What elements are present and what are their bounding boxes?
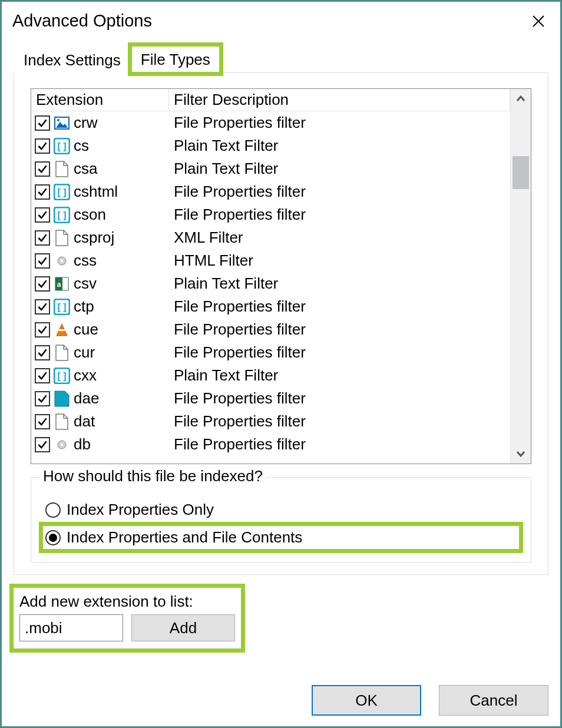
table-row[interactable]: dbFile Properties filter — [31, 433, 510, 456]
radio-option[interactable]: Index Properties and File Contents — [43, 526, 519, 549]
bracket-icon: [ ] — [54, 207, 70, 223]
radio-option[interactable]: Index Properties Only — [43, 498, 519, 521]
dialog-footer: OK Cancel — [312, 685, 548, 716]
gear-icon — [54, 253, 70, 269]
table-row[interactable]: curFile Properties filter — [31, 341, 510, 364]
filter-description: File Properties filter — [169, 114, 510, 132]
extension-label: dae — [74, 389, 99, 408]
radio-label: Index Properties and File Contents — [67, 528, 302, 547]
checkbox[interactable] — [35, 322, 50, 337]
filter-description: Plain Text Filter — [169, 274, 510, 293]
checkbox[interactable] — [35, 345, 50, 360]
cancel-button[interactable]: Cancel — [439, 685, 548, 716]
add-extension-section: Add new extension to list: Add — [14, 588, 241, 648]
extension-label: crw — [74, 114, 97, 132]
checkbox[interactable] — [35, 230, 50, 246]
filter-description: File Properties filter — [169, 320, 510, 339]
table-row[interactable]: [ ]cshtmlFile Properties filter — [31, 180, 510, 203]
new-extension-input[interactable] — [19, 614, 123, 641]
table-row[interactable]: [ ]csPlain Text Filter — [31, 134, 510, 157]
filter-description: Plain Text Filter — [169, 366, 510, 385]
index-mode-group: How should this file be indexed? Index P… — [31, 477, 531, 562]
window-title: Advanced Options — [12, 11, 152, 31]
table-row[interactable]: csprojXML Filter — [31, 226, 510, 249]
checkbox[interactable] — [35, 437, 50, 452]
svg-text:[ ]: [ ] — [57, 141, 66, 151]
column-header-extension[interactable]: Extension — [31, 89, 169, 111]
extension-label: css — [74, 252, 97, 270]
column-header-description[interactable]: Filter Description — [169, 89, 510, 111]
svg-text:[ ]: [ ] — [57, 371, 66, 381]
svg-text:[ ]: [ ] — [57, 187, 66, 197]
extension-label: cs — [74, 137, 89, 155]
blank-icon — [54, 345, 70, 361]
add-extension-label: Add new extension to list: — [19, 593, 235, 611]
checkbox[interactable] — [35, 391, 50, 406]
filter-description: HTML Filter — [169, 252, 510, 270]
table-row[interactable]: cssHTML Filter — [31, 249, 510, 272]
scroll-track[interactable] — [511, 109, 531, 444]
checkbox[interactable] — [35, 414, 50, 429]
content-area: Index Settings File Types Extension Filt… — [2, 45, 560, 648]
table-row[interactable]: acsvPlain Text Filter — [31, 272, 510, 295]
table-row[interactable]: crwFile Properties filter — [31, 111, 510, 134]
checkbox[interactable] — [35, 299, 50, 315]
checkbox[interactable] — [35, 253, 50, 269]
filter-description: File Properties filter — [169, 297, 510, 316]
table-row[interactable]: [ ]ctpFile Properties filter — [31, 295, 510, 318]
scroll-up-icon[interactable] — [511, 89, 531, 109]
tab-index-settings[interactable]: Index Settings — [14, 46, 131, 73]
checkbox[interactable] — [35, 207, 50, 223]
radio-icon[interactable] — [45, 502, 61, 518]
dialog-window: Advanced Options Index Settings File Typ… — [0, 0, 562, 728]
vertical-scrollbar[interactable] — [510, 89, 531, 464]
table-row[interactable]: [ ]cxxPlain Text Filter — [31, 364, 510, 387]
filter-description: File Properties filter — [169, 389, 510, 408]
gear-icon — [54, 436, 70, 453]
list-header: Extension Filter Description — [31, 89, 510, 111]
extension-label: cshtml — [74, 183, 118, 201]
svg-text:[ ]: [ ] — [57, 210, 66, 220]
table-row[interactable]: csaPlain Text Filter — [31, 157, 510, 180]
svg-text:[ ]: [ ] — [57, 302, 66, 312]
checkbox[interactable] — [35, 161, 50, 177]
filter-description: File Properties filter — [169, 435, 510, 454]
table-row[interactable]: [ ]csonFile Properties filter — [31, 203, 510, 226]
filter-description: File Properties filter — [169, 206, 510, 224]
extension-label: cxx — [74, 366, 97, 385]
title-bar: Advanced Options — [2, 2, 560, 39]
filter-description: File Properties filter — [169, 183, 510, 201]
tab-strip: Index Settings File Types — [14, 45, 548, 73]
checkbox[interactable] — [35, 138, 50, 154]
file-type-list: Extension Filter Description crwFile Pro… — [31, 88, 531, 464]
table-row[interactable]: cueFile Properties filter — [31, 318, 510, 341]
table-row[interactable]: datFile Properties filter — [31, 410, 510, 433]
close-icon[interactable] — [525, 11, 552, 34]
checkbox[interactable] — [35, 276, 50, 292]
extension-label: cue — [74, 320, 98, 339]
extension-label: csproj — [74, 229, 114, 247]
scroll-thumb[interactable] — [513, 156, 529, 189]
tab-label: Index Settings — [24, 51, 121, 69]
bracket-icon: [ ] — [54, 138, 70, 154]
radio-icon[interactable] — [45, 530, 61, 545]
add-button[interactable]: Add — [131, 614, 235, 641]
checkbox[interactable] — [35, 184, 50, 200]
blank-icon — [54, 161, 70, 177]
tab-label: File Types — [141, 51, 210, 68]
extension-label: cur — [74, 343, 95, 362]
extension-label: dat — [74, 412, 95, 431]
svg-point-10 — [61, 259, 64, 262]
svg-point-2 — [57, 119, 59, 121]
extension-label: cson — [74, 206, 106, 224]
table-row[interactable]: daeFile Properties filter — [31, 387, 510, 410]
filter-description: XML Filter — [169, 229, 510, 247]
tab-body: Extension Filter Description crwFile Pro… — [14, 73, 548, 575]
checkbox[interactable] — [35, 115, 50, 131]
blank-icon — [54, 230, 70, 246]
checkbox[interactable] — [35, 368, 50, 383]
tab-file-types[interactable]: File Types — [131, 45, 220, 73]
scroll-down-icon[interactable] — [511, 444, 531, 464]
ok-button[interactable]: OK — [312, 685, 421, 716]
cone-icon — [54, 322, 70, 338]
